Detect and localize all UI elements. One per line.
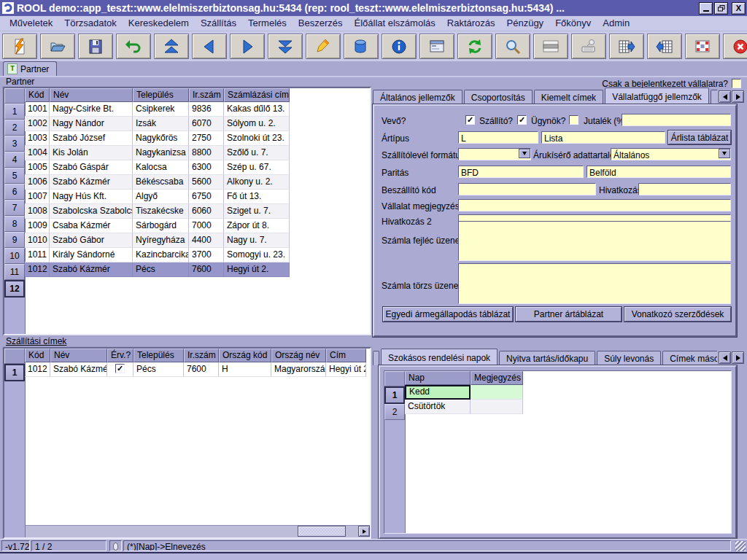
last-record-button[interactable] bbox=[268, 34, 303, 59]
row-number[interactable]: 9 bbox=[4, 232, 25, 248]
row-number[interactable]: 1 bbox=[384, 386, 405, 404]
hscroll-right-button[interactable] bbox=[358, 526, 370, 537]
column-header-n-v[interactable]: Név bbox=[50, 349, 107, 362]
column-header-telep-l-s[interactable]: Település bbox=[133, 349, 184, 362]
column-header-c-m[interactable]: Cím bbox=[326, 349, 366, 362]
cell[interactable]: Csaba Kázmér bbox=[50, 219, 133, 233]
import-table-button[interactable] bbox=[647, 34, 682, 59]
menu-item-t-rzsadatok[interactable]: Törzsadatok bbox=[58, 16, 123, 31]
cell[interactable]: Nagy u. 7. bbox=[224, 233, 290, 248]
egyedi-armegallapodas-button[interactable]: Egyedi ármegállapodás táblázat bbox=[383, 307, 513, 322]
edit-button[interactable] bbox=[306, 34, 341, 59]
cell[interactable]: ✓ bbox=[107, 362, 133, 377]
minimize-button[interactable] bbox=[699, 2, 713, 15]
szamla-torzs-textarea[interactable] bbox=[458, 263, 731, 304]
cell[interactable]: Nagy Nándor bbox=[50, 117, 133, 131]
tab-ltal-nos-jellemz-k[interactable]: Általános jellemzők bbox=[373, 90, 462, 104]
tab-szok-sos-rendel-si-napok[interactable]: Szokásos rendelési napok bbox=[381, 349, 498, 365]
cell[interactable]: Szép u. 67. bbox=[224, 160, 290, 175]
cell[interactable]: 1008 bbox=[25, 204, 50, 219]
resize-grip[interactable] bbox=[735, 541, 746, 551]
szallito-checkbox[interactable]: ✓ bbox=[517, 115, 527, 125]
column-header-ir-sz-m[interactable]: Ir.szám bbox=[189, 88, 224, 102]
restore-button[interactable] bbox=[714, 2, 728, 15]
refresh-button[interactable] bbox=[457, 34, 492, 59]
close-button[interactable]: X bbox=[732, 2, 746, 15]
cell[interactable]: 8800 bbox=[189, 146, 224, 160]
cell[interactable]: Pécs bbox=[133, 362, 184, 377]
cell[interactable]: 1007 bbox=[25, 190, 50, 204]
keyboard-button[interactable] bbox=[571, 34, 606, 59]
cell[interactable]: 3700 bbox=[189, 248, 224, 262]
menu-item-kereskedelem[interactable]: Kereskedelem bbox=[123, 16, 195, 31]
tab-azonos-t-k[interactable]: Azonosítók bbox=[711, 90, 717, 104]
menu-item-admin[interactable]: Admin bbox=[597, 16, 635, 31]
cell[interactable]: Szabó Kázmér bbox=[50, 262, 133, 277]
ugynok-checkbox[interactable] bbox=[569, 115, 578, 125]
row-number[interactable]: 1 bbox=[4, 104, 25, 120]
vevo-checkbox[interactable]: ✓ bbox=[465, 115, 475, 125]
column-header-orsz-g-k-d[interactable]: Ország kód bbox=[219, 349, 271, 362]
tab-partner[interactable]: T Partner bbox=[3, 61, 57, 76]
cell[interactable]: Magyarország bbox=[271, 362, 326, 377]
cell[interactable]: Kakas dűlő 13. bbox=[224, 102, 290, 117]
tab-kiemelt-c-mek[interactable]: Kiemelt címek bbox=[534, 90, 603, 104]
cell[interactable]: Kalocsa bbox=[133, 160, 189, 175]
cell[interactable]: Sólyom u. 2. bbox=[224, 117, 290, 131]
cell[interactable]: Csipkerek bbox=[133, 102, 189, 117]
partner-artablazat-button[interactable]: Partner ártáblázat bbox=[516, 307, 622, 322]
cell[interactable]: 7600 bbox=[189, 262, 224, 277]
tabs-scroll-left-button[interactable] bbox=[719, 351, 731, 364]
jutalek-input[interactable] bbox=[622, 114, 731, 126]
arlista-button[interactable]: Árlista táblázat bbox=[668, 131, 731, 144]
cell[interactable]: Nagykőrös bbox=[133, 131, 189, 146]
cell[interactable]: Hegyi út 2. bbox=[326, 362, 366, 377]
cell[interactable]: 1009 bbox=[25, 219, 50, 233]
cell[interactable]: Kazincbarcika bbox=[133, 248, 189, 262]
cell[interactable]: Szabó József bbox=[50, 131, 133, 146]
cell[interactable]: 6060 bbox=[189, 204, 224, 219]
szallitolevel-dropdown-button[interactable] bbox=[519, 149, 530, 158]
column-header-ir-sz-m[interactable]: Ir.szám bbox=[184, 349, 219, 362]
cell[interactable]: 6300 bbox=[189, 160, 224, 175]
column-header-telep-l-s[interactable]: Település bbox=[133, 88, 189, 102]
artipus-name-input[interactable]: Lista bbox=[541, 131, 665, 144]
cell[interactable]: Somogyi u. 23. bbox=[224, 248, 290, 262]
database-button[interactable] bbox=[344, 34, 379, 59]
cell[interactable]: Szabó Gábor bbox=[50, 233, 133, 248]
cell[interactable]: Algyő bbox=[133, 190, 189, 204]
cell[interactable]: 1004 bbox=[25, 146, 50, 160]
cell[interactable]: 1006 bbox=[25, 175, 50, 190]
vonatkozo-szerzodesek-button[interactable]: Vonatkozó szerződések bbox=[624, 307, 731, 322]
vallalat-megjegyzes-input[interactable] bbox=[458, 199, 731, 211]
exit-button[interactable] bbox=[723, 34, 747, 59]
cell[interactable]: Nagy-Csirke Bt. bbox=[50, 102, 133, 117]
form-button[interactable] bbox=[419, 34, 454, 59]
cell[interactable]: 1012 bbox=[25, 262, 50, 277]
cell[interactable]: 6750 bbox=[189, 190, 224, 204]
row-number[interactable]: 8 bbox=[4, 216, 25, 232]
shipping-hscrollbar[interactable] bbox=[4, 525, 370, 537]
cell[interactable]: 1003 bbox=[25, 131, 50, 146]
tab-v-llalatf-gg-jellemz-k[interactable]: Vállalatfüggő jellemzők bbox=[605, 88, 709, 104]
menu-item-l-llat-elsz-mol-s[interactable]: Élőállat elszámolás bbox=[349, 16, 441, 31]
cell[interactable]: 1011 bbox=[25, 248, 50, 262]
column-header-megjegyz-s[interactable]: Megjegyzés bbox=[471, 371, 523, 385]
layout-button[interactable] bbox=[533, 34, 568, 59]
cell[interactable]: Szabó Kázmér bbox=[50, 175, 133, 190]
row-number[interactable]: 11 bbox=[4, 264, 25, 280]
beszallito-input[interactable] bbox=[458, 183, 596, 195]
cell[interactable]: Szabó Gáspár bbox=[50, 160, 133, 175]
corner-cell[interactable] bbox=[4, 349, 25, 364]
menu-item-rakt-roz-s[interactable]: Raktározás bbox=[441, 16, 501, 31]
cell[interactable]: Tiszakécske bbox=[133, 204, 189, 219]
cell[interactable]: H bbox=[219, 362, 271, 377]
cell[interactable]: Szabolcska Szabolcs bbox=[50, 204, 133, 219]
column-header-orsz-g-n-v[interactable]: Ország név bbox=[271, 349, 326, 362]
cell[interactable] bbox=[471, 400, 523, 414]
tab-c-mek-m-sol-sa[interactable]: Címek másolása bbox=[662, 351, 717, 365]
cell[interactable]: Sziget u. 7. bbox=[224, 204, 290, 219]
cell[interactable]: Szőlő u. 7. bbox=[224, 146, 290, 160]
company-filter-checkbox[interactable] bbox=[732, 79, 741, 88]
arukisero-dropdown-button[interactable] bbox=[719, 149, 730, 158]
